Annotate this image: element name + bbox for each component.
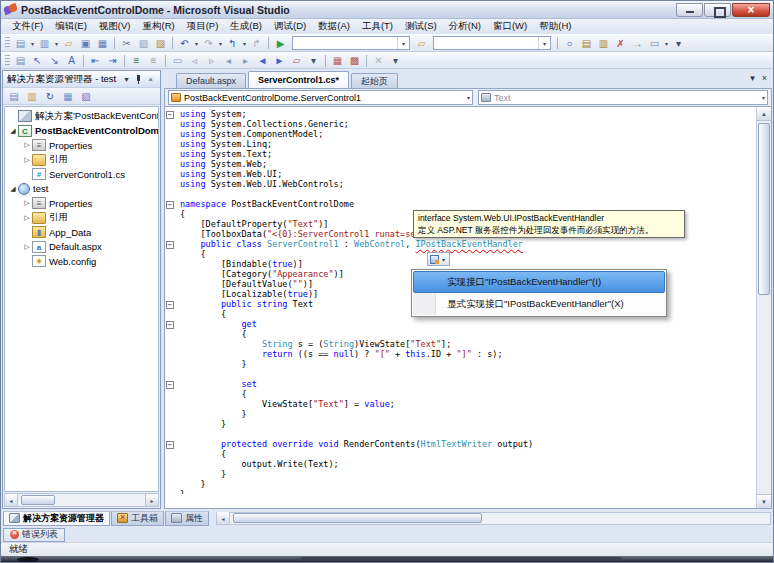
fold-collapse-icon[interactable]: − — [166, 301, 174, 309]
scroll-right-icon[interactable]: ▸ — [145, 494, 158, 506]
tree-item[interactable]: ▷引用 — [5, 153, 158, 168]
tree-item[interactable]: ▷aDefault.aspx — [5, 240, 158, 255]
undo-button[interactable]: ↶ — [176, 36, 193, 51]
scroll-up-icon[interactable]: ▲ — [757, 107, 771, 121]
display-quickinfo-button[interactable]: ▤ — [12, 53, 29, 68]
output-window-button[interactable]: ▩ — [346, 53, 363, 68]
dropdown-arrow-icon[interactable]: ▾ — [440, 256, 447, 263]
properties-window-button[interactable]: ▥ — [595, 36, 612, 51]
show-all-files-button[interactable]: ▥ — [24, 89, 40, 103]
start-page-button[interactable]: → — [629, 36, 646, 51]
menu-item[interactable]: 分析(N) — [443, 20, 487, 33]
scrollbar-thumb[interactable] — [233, 513, 482, 523]
fold-collapse-icon[interactable]: − — [166, 381, 174, 389]
dropdown-arrow-icon[interactable]: ▾ — [760, 94, 767, 101]
tree-item[interactable]: ◢test — [5, 182, 158, 197]
member-dropdown[interactable]: Text ▾ — [478, 90, 768, 105]
smart-menu-item[interactable]: 显式实现接口"IPostBackEventHandler"(X) — [413, 293, 665, 315]
toggle-bookmark-button[interactable]: ▭ — [169, 53, 186, 68]
menu-item[interactable]: 重构(R) — [136, 20, 180, 33]
tree-item[interactable]: ▮App_Data — [5, 225, 158, 240]
toolbar-overflow-button[interactable]: ▾ — [305, 53, 322, 68]
new-project-button[interactable]: ▤ — [12, 36, 29, 51]
tree-item[interactable]: 解决方案'PostBackEventControlDome' (2 个 — [5, 109, 158, 124]
paste-button[interactable]: ▨ — [152, 36, 169, 51]
menu-item[interactable]: 编辑(E) — [49, 20, 93, 33]
save-button[interactable]: ▣ — [77, 36, 94, 51]
menu-item[interactable]: 文件(F) — [6, 20, 49, 33]
close-icon[interactable]: × — [145, 75, 156, 84]
scroll-left-icon[interactable]: ◂ — [5, 494, 18, 506]
dock-tab-solution-explorer[interactable]: 解决方案资源管理器 — [3, 511, 110, 526]
breakpoints-window-button[interactable]: ▦ — [329, 53, 346, 68]
dock-tab-toolbox[interactable]: 工具箱 — [111, 511, 164, 526]
view-code-button[interactable]: ▦ — [60, 89, 76, 103]
menu-item[interactable]: 测试(S) — [399, 20, 443, 33]
tree-item[interactable]: ◢CPostBackEventControlDome — [5, 124, 158, 139]
tree-expander-icon[interactable]: ▷ — [22, 199, 32, 207]
editor-vscrollbar[interactable]: ▲ ▼ — [756, 107, 771, 508]
uncomment-selection-button[interactable]: ≡ — [145, 53, 162, 68]
redo-button[interactable]: ↷ — [200, 36, 217, 51]
title-bar[interactable]: PostBackEventControlDome - Microsoft Vis… — [1, 1, 773, 19]
dropdown-arrow-icon[interactable]: ▾ — [465, 94, 472, 101]
dropdown-arrow-icon[interactable]: ▾ — [538, 37, 550, 49]
word-wrap-button[interactable]: A — [63, 53, 80, 68]
add-item-button[interactable]: ▥ — [36, 36, 53, 51]
scrollbar-thumb[interactable] — [21, 495, 55, 505]
dropdown-arrow-icon[interactable]: ▾ — [663, 40, 670, 47]
solution-explorer-hscrollbar[interactable]: ◂ ▸ — [4, 493, 159, 507]
solution-explorer-button[interactable]: ▤ — [578, 36, 595, 51]
tree-expander-icon[interactable]: ▷ — [22, 214, 32, 222]
copy-button[interactable]: ▧ — [135, 36, 152, 51]
fold-collapse-icon[interactable]: − — [166, 441, 174, 449]
tab-defaultaspx[interactable]: Default.aspx — [176, 73, 246, 88]
dropdown-arrow-icon[interactable]: ▾ — [53, 40, 60, 47]
scrollbar-thumb[interactable] — [758, 123, 770, 295]
tab-servercontrol1cs[interactable]: ServerControl1.cs* — [248, 71, 349, 88]
find-combo[interactable]: ▾ — [433, 36, 551, 50]
solution-explorer-titlebar[interactable]: 解决方案资源管理器 - test ▾ × — [3, 71, 160, 88]
surround-with-button[interactable]: ↖ — [29, 53, 46, 68]
editor-hscrollbar[interactable]: ◂ — [216, 512, 771, 525]
solution-configurations-combo[interactable]: ▾ — [292, 36, 410, 50]
dropdown-arrow-icon[interactable]: ▾ — [217, 40, 224, 47]
refresh-button[interactable]: ↻ — [42, 89, 58, 103]
save-all-button[interactable]: ▦ — [94, 36, 111, 51]
find-in-files-button[interactable]: ○ — [561, 36, 578, 51]
decrease-indent-button[interactable]: ⇤ — [87, 53, 104, 68]
open-file-button[interactable]: ▱ — [60, 36, 77, 51]
tree-expander-icon[interactable]: ▷ — [22, 243, 32, 251]
smart-menu-item[interactable]: 实现接口"IPostBackEventHandler"(I) — [413, 271, 665, 293]
web-folder-button[interactable]: ▱ — [413, 36, 430, 51]
toolbox-button[interactable]: ✗ — [612, 36, 629, 51]
smart-tag-button[interactable]: ▾ — [427, 252, 450, 266]
dropdown-arrow-icon[interactable]: ▾ — [241, 40, 248, 47]
tree-item[interactable]: ▷引用 — [5, 211, 158, 226]
navigate-forward-button[interactable]: ↱ — [248, 36, 265, 51]
menu-item[interactable]: 调试(D) — [268, 20, 312, 33]
tree-item[interactable]: ✶Web.config — [5, 254, 158, 269]
tree-expander-icon[interactable]: ▷ — [22, 141, 32, 149]
tree-item[interactable]: ▷≡Properties — [5, 196, 158, 211]
dropdown-arrow-icon[interactable]: ▾ — [397, 37, 409, 49]
navigate-backward-button[interactable]: ↰ — [224, 36, 241, 51]
fold-collapse-icon[interactable]: − — [166, 111, 174, 119]
increase-indent-button[interactable]: ⇥ — [104, 53, 121, 68]
tree-expander-icon[interactable]: ▷ — [22, 156, 32, 164]
comment-selection-button[interactable]: ≡ — [128, 53, 145, 68]
fold-collapse-icon[interactable]: − — [166, 201, 174, 209]
previous-bookmark-doc-button[interactable]: ◄ — [254, 53, 271, 68]
next-bookmark-button[interactable]: ▹ — [203, 53, 220, 68]
fold-collapse-icon[interactable]: − — [166, 321, 174, 329]
properties-button[interactable]: ▤ — [6, 89, 22, 103]
toolbar-overflow-button[interactable]: ▾ — [670, 36, 687, 51]
menu-item[interactable]: 窗口(W) — [487, 20, 533, 33]
pin-icon[interactable] — [135, 75, 142, 84]
chevron-down-icon[interactable]: ▾ — [121, 75, 132, 84]
previous-bookmark-folder-button[interactable]: ◂ — [220, 53, 237, 68]
command-window-button[interactable]: ▭ — [646, 36, 663, 51]
view-class-diagram-button[interactable]: ▧ — [78, 89, 94, 103]
previous-bookmark-button[interactable]: ◃ — [186, 53, 203, 68]
toolbar-overflow-button[interactable]: ▾ — [387, 53, 404, 68]
